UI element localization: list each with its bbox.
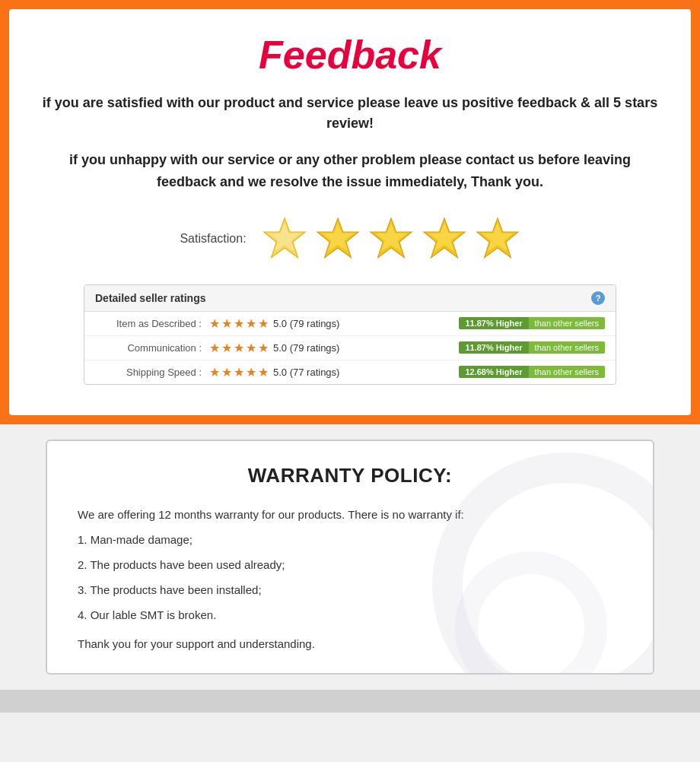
ratings-header: Detailed seller ratings ?	[84, 285, 616, 312]
feedback-title: Feedback	[40, 32, 660, 78]
warranty-title: WARRANTY POLICY:	[78, 464, 622, 487]
badge-group-1: 11.87% Higher than other sellers	[459, 317, 605, 329]
rating-row-shipping: Shipping Speed : ★ ★ ★ ★ ★ 5.0 (77 ratin…	[84, 360, 616, 384]
rating-score-2: 5.0 (79 ratings)	[273, 342, 342, 354]
warranty-item-3: 3. The products have been installed;	[78, 579, 622, 600]
warranty-thanks: Thank you for your support and understan…	[78, 637, 622, 650]
rating-label-1: Item as Described :	[95, 318, 202, 329]
feedback-card: Feedback if you are satisfied with our p…	[9, 9, 691, 415]
warranty-item-4: 4. Our lable SMT is broken.	[78, 605, 622, 625]
mini-stars-3: ★ ★ ★ ★ ★	[209, 365, 269, 379]
star-4	[422, 216, 467, 262]
mini-star: ★	[246, 341, 256, 355]
rating-score-3: 5.0 (77 ratings)	[273, 367, 342, 378]
mini-star: ★	[246, 365, 256, 379]
mini-star: ★	[221, 341, 232, 355]
warranty-item-1: 1. Man-made damage;	[78, 529, 622, 550]
higher-badge-3: 12.68% Higher	[459, 366, 528, 378]
than-badge-3: than other sellers	[529, 366, 605, 378]
rating-label-3: Shipping Speed :	[95, 367, 202, 378]
mini-star: ★	[221, 316, 232, 331]
feedback-section: Feedback if you are satisfied with our p…	[0, 0, 700, 424]
rating-row-communication: Communication : ★ ★ ★ ★ ★ 5.0 (79 rating…	[84, 336, 616, 360]
warranty-intro: We are offering 12 months warranty for o…	[78, 504, 622, 525]
higher-badge-2: 11.87% Higher	[459, 341, 528, 354]
rating-row-item-described: Item as Described : ★ ★ ★ ★ ★ 5.0 (79 ra…	[84, 312, 616, 336]
mini-star: ★	[234, 341, 244, 355]
star-1	[262, 216, 307, 262]
ratings-header-title: Detailed seller ratings	[95, 292, 206, 304]
mini-star: ★	[234, 316, 244, 331]
warranty-item-2: 2. The products have been used already;	[78, 554, 622, 575]
help-icon: ?	[591, 291, 605, 305]
mini-star: ★	[234, 365, 244, 379]
feedback-note: if you unhappy with our service or any o…	[40, 149, 660, 193]
mini-star: ★	[246, 316, 256, 331]
than-badge-1: than other sellers	[529, 317, 605, 329]
rating-score-1: 5.0 (79 ratings)	[273, 318, 342, 329]
higher-badge-1: 11.87% Higher	[459, 317, 528, 329]
feedback-subtitle: if you are satisfied with our product an…	[40, 93, 660, 134]
mini-stars-1: ★ ★ ★ ★ ★	[209, 316, 269, 331]
warranty-body: We are offering 12 months warranty for o…	[78, 504, 622, 625]
rating-label-2: Communication :	[95, 342, 202, 354]
warranty-card: WARRANTY POLICY: We are offering 12 mont…	[46, 440, 654, 675]
mini-star: ★	[221, 365, 232, 379]
than-badge-2: than other sellers	[529, 341, 605, 354]
bottom-strip	[0, 690, 700, 713]
star-2	[315, 216, 361, 262]
badge-group-2: 11.87% Higher than other sellers	[459, 341, 605, 354]
mini-star: ★	[209, 365, 220, 379]
mini-star: ★	[258, 316, 269, 331]
star-5	[475, 216, 520, 262]
star-3	[368, 216, 414, 262]
satisfaction-row: Satisfaction:	[40, 216, 660, 262]
warranty-section: WARRANTY POLICY: We are offering 12 mont…	[0, 424, 700, 690]
mini-star: ★	[258, 341, 269, 355]
badge-group-3: 12.68% Higher than other sellers	[459, 366, 605, 378]
satisfaction-label: Satisfaction:	[180, 232, 246, 246]
mini-star: ★	[258, 365, 269, 379]
mini-star: ★	[209, 341, 220, 355]
ratings-box: Detailed seller ratings ? Item as Descri…	[84, 284, 616, 385]
mini-stars-2: ★ ★ ★ ★ ★	[209, 341, 269, 355]
mini-star: ★	[209, 316, 220, 331]
